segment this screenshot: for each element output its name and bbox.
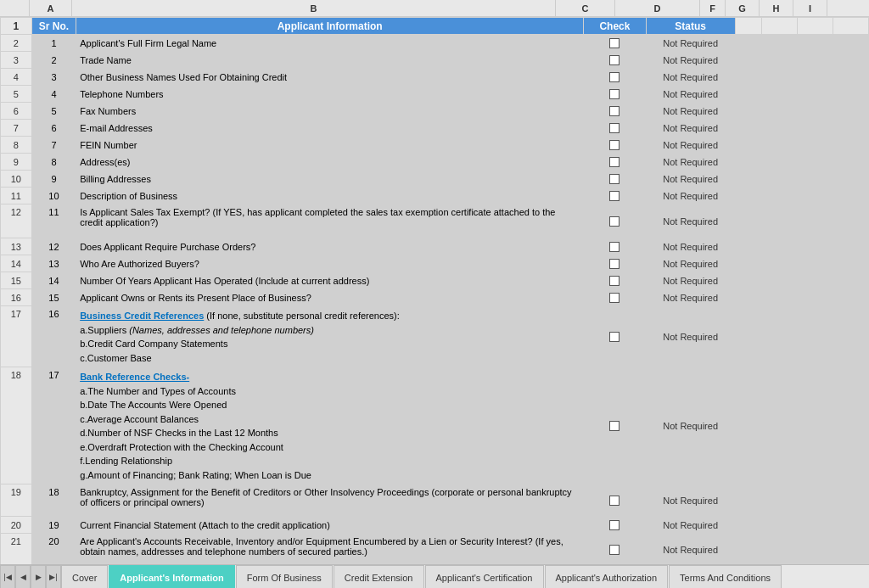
checkbox-13[interactable] xyxy=(609,259,620,269)
col-d-header: D xyxy=(615,0,700,17)
tab-form-of-business[interactable]: Form Of Business xyxy=(236,565,333,589)
status-20: Not Required xyxy=(646,534,735,565)
check-20[interactable] xyxy=(584,534,646,565)
table-row: 21 20 Are Applicant's Accounts Receivabl… xyxy=(1,534,869,565)
extra-9-f xyxy=(735,171,761,188)
checkbox-11[interactable] xyxy=(609,216,620,227)
checkbox-17[interactable] xyxy=(609,421,620,431)
check-6[interactable] xyxy=(584,120,646,137)
checkbox-14[interactable] xyxy=(609,276,620,286)
extra-col-g1 xyxy=(762,18,798,35)
tab-cover[interactable]: Cover xyxy=(61,565,108,589)
extra-20-h xyxy=(798,534,833,565)
checkbox-8[interactable] xyxy=(609,157,620,167)
check-9[interactable] xyxy=(584,171,646,188)
checkbox-20[interactable] xyxy=(609,545,620,555)
extra-3-g xyxy=(762,69,798,86)
check-8[interactable] xyxy=(584,154,646,171)
check-10[interactable] xyxy=(584,188,646,204)
table-row: 4 3 Other Business Names Used For Obtain… xyxy=(1,69,869,86)
check-7[interactable] xyxy=(584,137,646,154)
extra-7-h xyxy=(798,137,833,154)
check-14[interactable] xyxy=(584,272,646,289)
tab-nav-last[interactable]: ▶| xyxy=(46,565,61,589)
checkbox-16[interactable] xyxy=(609,332,620,342)
extra-7-f xyxy=(735,137,761,154)
checkbox-1[interactable] xyxy=(609,38,620,48)
checkbox-19[interactable] xyxy=(609,520,620,530)
checkbox-18[interactable] xyxy=(609,496,620,506)
check-3[interactable] xyxy=(584,69,646,86)
desc-6: E-mail Addresses xyxy=(76,120,584,137)
desc-17: Bank Reference Checks- a.The Number and … xyxy=(76,367,584,484)
checkbox-15[interactable] xyxy=(609,293,620,303)
extra-8-i xyxy=(833,154,868,171)
desc-8: Address(es) xyxy=(76,154,584,171)
extra-2-g xyxy=(762,52,798,69)
tab-nav-next[interactable]: ▶ xyxy=(31,565,46,589)
tab-terms-and-conditions[interactable]: Terms And Conditions xyxy=(669,565,782,589)
check-15[interactable] xyxy=(584,289,646,306)
row-num-17: 17 xyxy=(1,306,32,367)
business-credit-line3: b.Credit Card Company Statements xyxy=(80,339,227,349)
status-3: Not Required xyxy=(646,69,735,86)
business-credit-ref-suffix: (If none, substitute personal credit ref… xyxy=(204,311,400,321)
tab-applicants-certification[interactable]: Applicant's Certification xyxy=(425,565,544,589)
tab-applicants-information[interactable]: Applicant's Information xyxy=(109,565,234,589)
check-16[interactable] xyxy=(584,306,646,367)
status-12: Not Required xyxy=(646,238,735,255)
check-17[interactable] xyxy=(584,367,646,484)
extra-2-f xyxy=(735,52,761,69)
col-h-header: H xyxy=(760,0,793,17)
extra-10-i xyxy=(833,188,868,204)
extra-4-f xyxy=(735,86,761,103)
checkbox-4[interactable] xyxy=(609,89,620,99)
check-4[interactable] xyxy=(584,86,646,103)
checkbox-7[interactable] xyxy=(609,140,620,150)
extra-4-i xyxy=(833,86,868,103)
business-credit-line2: a.Suppliers (Names, addresses and teleph… xyxy=(80,325,314,335)
row-num-14: 14 xyxy=(1,255,32,272)
col-f-header: F xyxy=(700,0,726,17)
bank-ref-line2: a.The Number and Types of Accounts xyxy=(80,386,236,396)
table-row: 15 14 Number Of Years Applicant Has Oper… xyxy=(1,272,869,289)
sr-3: 3 xyxy=(31,69,76,86)
extra-12-f xyxy=(735,238,761,255)
check-5[interactable] xyxy=(584,103,646,120)
bank-ref-line7: f.Lending Relationship xyxy=(80,456,172,466)
bank-ref-line3: b.Date The Accounts Were Opened xyxy=(80,400,227,410)
check-11[interactable] xyxy=(584,204,646,238)
sr-19: 19 xyxy=(31,517,76,534)
table-row: 12 11 Is Applicant Sales Tax Exempt? (If… xyxy=(1,204,869,238)
check-18[interactable] xyxy=(584,484,646,517)
check-13[interactable] xyxy=(584,255,646,272)
checkbox-5[interactable] xyxy=(609,106,620,116)
business-credit-ref-link[interactable]: Business Credit References xyxy=(80,311,204,321)
extra-14-g xyxy=(762,272,798,289)
checkbox-6[interactable] xyxy=(609,123,620,133)
sr-no-header: Sr No. xyxy=(31,18,76,35)
checkbox-9[interactable] xyxy=(609,174,620,184)
extra-5-f xyxy=(735,103,761,120)
table-row: 8 7 FEIN Number Not Required xyxy=(1,137,869,154)
check-2[interactable] xyxy=(584,52,646,69)
tab-nav-prev[interactable]: ◀ xyxy=(15,565,31,589)
table-row: 9 8 Address(es) Not Required xyxy=(1,154,869,171)
table-row: 13 12 Does Applicant Require Purchase Or… xyxy=(1,238,869,255)
extra-4-g xyxy=(762,86,798,103)
tab-credit-extension[interactable]: Credit Extension xyxy=(334,565,424,589)
check-19[interactable] xyxy=(584,517,646,534)
tab-applicants-authorization[interactable]: Applicant's Authorization xyxy=(545,565,669,589)
sr-11: 11 xyxy=(31,204,76,238)
tab-nav-first[interactable]: |◀ xyxy=(0,565,15,589)
checkbox-12[interactable] xyxy=(609,242,620,252)
checkbox-10[interactable] xyxy=(609,191,620,201)
check-1[interactable] xyxy=(584,35,646,52)
checkbox-3[interactable] xyxy=(609,72,620,82)
extra-7-i xyxy=(833,137,868,154)
checkbox-2[interactable] xyxy=(609,55,620,65)
extra-18-h xyxy=(798,484,833,517)
extra-5-h xyxy=(798,103,833,120)
bank-ref-link[interactable]: Bank Reference Checks- xyxy=(80,372,189,382)
check-12[interactable] xyxy=(584,238,646,255)
